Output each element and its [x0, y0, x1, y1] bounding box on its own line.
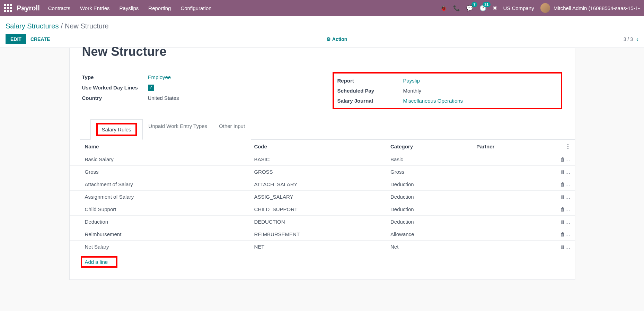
cell-partner — [474, 228, 554, 241]
highlight-tab: Salary Rules — [96, 123, 137, 136]
table-row[interactable]: Attachment of SalaryATTACH_SALARYDeducti… — [70, 178, 575, 191]
columns-menu-icon[interactable]: ⋮ — [565, 143, 571, 149]
user-menu[interactable]: Mitchell Admin (16088564-saas-15-1- — [540, 3, 640, 13]
tools-icon[interactable]: ✖ — [493, 5, 497, 11]
cell-partner — [474, 166, 554, 178]
debug-icon[interactable]: 🐞 — [440, 5, 447, 11]
conversations-icon[interactable]: 💬7 — [466, 5, 473, 11]
breadcrumb-current: New Structure — [65, 22, 109, 30]
scheduled-value: Monthly — [403, 88, 422, 94]
cell-code: GROSS — [251, 166, 388, 178]
breadcrumb: Salary Structures / New Structure — [6, 19, 638, 34]
trash-icon[interactable]: 🗑… — [560, 181, 571, 187]
th-category[interactable]: Category — [388, 140, 474, 153]
trash-icon[interactable]: 🗑… — [560, 219, 571, 225]
cell-partner — [474, 153, 554, 166]
menu-configuration[interactable]: Configuration — [180, 5, 211, 11]
username: Mitchell Admin (16088564-saas-15-1- — [554, 5, 640, 11]
cell-name: Deduction — [70, 216, 252, 228]
trash-icon[interactable]: 🗑… — [560, 194, 571, 200]
table-row[interactable]: GrossGROSSGross🗑… — [70, 166, 575, 178]
cell-partner — [474, 241, 554, 253]
th-name[interactable]: Name — [70, 140, 252, 153]
journal-value[interactable]: Miscellaneous Operations — [403, 98, 463, 104]
add-line-cell: Add a line — [70, 253, 575, 271]
table-row[interactable]: DeductionDEDUCTIONDeduction🗑… — [70, 216, 575, 228]
trash-icon[interactable]: 🗑… — [560, 169, 571, 175]
cell-partner — [474, 191, 554, 203]
cell-actions: 🗑… — [554, 191, 574, 203]
trash-icon[interactable]: 🗑… — [560, 244, 571, 250]
field-worked-day: Use Worked Day Lines ✓ — [82, 82, 312, 93]
menu-contracts[interactable]: Contracts — [48, 5, 70, 11]
form-grid: Type Employee Use Worked Day Lines ✓ Cou… — [82, 72, 562, 109]
trash-icon[interactable]: 🗑… — [560, 156, 571, 162]
table-row[interactable]: Net SalaryNETNet🗑… — [70, 241, 575, 253]
phone-icon[interactable]: 📞 — [453, 5, 460, 11]
cell-code: BASIC — [251, 153, 388, 166]
activities-icon[interactable]: 🕐31 — [479, 5, 486, 11]
breadcrumb-parent[interactable]: Salary Structures — [6, 22, 59, 30]
table-wrap: Name Code Category Partner ⋮ Basic Salar… — [70, 140, 575, 271]
menu-work-entries[interactable]: Work Entries — [80, 5, 110, 11]
tab-salary-rules-label: Salary Rules — [102, 127, 131, 132]
cell-name: Net Salary — [70, 241, 252, 253]
cell-partner — [474, 203, 554, 216]
pager-prev-icon[interactable]: ‹ — [636, 36, 638, 43]
form-col-left: Type Employee Use Worked Day Lines ✓ Cou… — [82, 72, 312, 109]
menu-reporting[interactable]: Reporting — [148, 5, 171, 11]
cell-name: Child Support — [70, 203, 252, 216]
cell-actions: 🗑… — [554, 203, 574, 216]
menu-payslips[interactable]: Payslips — [119, 5, 139, 11]
tab-other-input[interactable]: Other Input — [213, 119, 251, 140]
cell-category: Net — [388, 241, 474, 253]
conversations-badge: 7 — [471, 2, 477, 7]
cell-partner — [474, 216, 554, 228]
journal-label: Salary Journal — [337, 98, 403, 104]
add-line-row: Add a line — [70, 253, 575, 271]
cell-name: Assignment of Salary — [70, 191, 252, 203]
cell-actions: 🗑… — [554, 241, 574, 253]
country-value: United States — [148, 95, 179, 101]
form-sheet: New Structure Type Employee Use Worked D… — [69, 48, 575, 280]
create-button[interactable]: CREATE — [30, 36, 50, 42]
field-report: Report Payslip — [337, 76, 557, 86]
cell-code: REIMBURSEMENT — [251, 228, 388, 241]
trash-icon[interactable]: 🗑… — [560, 231, 571, 237]
pager-text[interactable]: 3 / 3 — [624, 36, 633, 42]
field-type: Type Employee — [82, 72, 312, 82]
company-selector[interactable]: US Company — [503, 5, 534, 11]
tab-salary-rules[interactable]: Salary Rules — [90, 119, 143, 140]
table-row[interactable]: Assignment of SalaryASSIG_SALARYDeductio… — [70, 191, 575, 203]
type-value[interactable]: Employee — [148, 74, 171, 80]
cell-actions: 🗑… — [554, 228, 574, 241]
cell-name: Attachment of Salary — [70, 178, 252, 191]
app-brand[interactable]: Payroll — [17, 4, 40, 12]
action-dropdown[interactable]: ⚙Action — [326, 36, 347, 42]
th-code[interactable]: Code — [251, 140, 388, 153]
tabs: Salary Rules Unpaid Work Entry Types Oth… — [80, 119, 575, 140]
field-country: Country United States — [82, 93, 312, 103]
cell-category: Deduction — [388, 216, 474, 228]
cell-category: Deduction — [388, 178, 474, 191]
cell-category: Basic — [388, 153, 474, 166]
highlight-add-line: Add a line — [81, 256, 118, 268]
table-row[interactable]: Child SupportCHILD_SUPPORTDeduction🗑… — [70, 203, 575, 216]
cell-actions: 🗑… — [554, 153, 574, 166]
apps-icon[interactable] — [4, 4, 12, 12]
trash-icon[interactable]: 🗑… — [560, 206, 571, 212]
add-line-link[interactable]: Add a line — [85, 259, 108, 265]
th-partner[interactable]: Partner — [474, 140, 554, 153]
type-label: Type — [82, 74, 148, 80]
tab-unpaid[interactable]: Unpaid Work Entry Types — [143, 119, 213, 140]
table-row[interactable]: Basic SalaryBASICBasic🗑… — [70, 153, 575, 166]
page-title: New Structure — [82, 44, 562, 59]
checkbox-icon[interactable]: ✓ — [148, 85, 154, 91]
table-row[interactable]: ReimbursementREIMBURSEMENTAllowance🗑… — [70, 228, 575, 241]
cell-category: Allowance — [388, 228, 474, 241]
nav-right: 🐞 📞 💬7 🕐31 ✖ US Company Mitchell Admin (… — [440, 3, 640, 13]
report-value[interactable]: Payslip — [403, 78, 420, 84]
pager: 3 / 3 ‹ — [624, 36, 638, 43]
cell-name: Basic Salary — [70, 153, 252, 166]
edit-button[interactable]: EDIT — [6, 34, 26, 44]
